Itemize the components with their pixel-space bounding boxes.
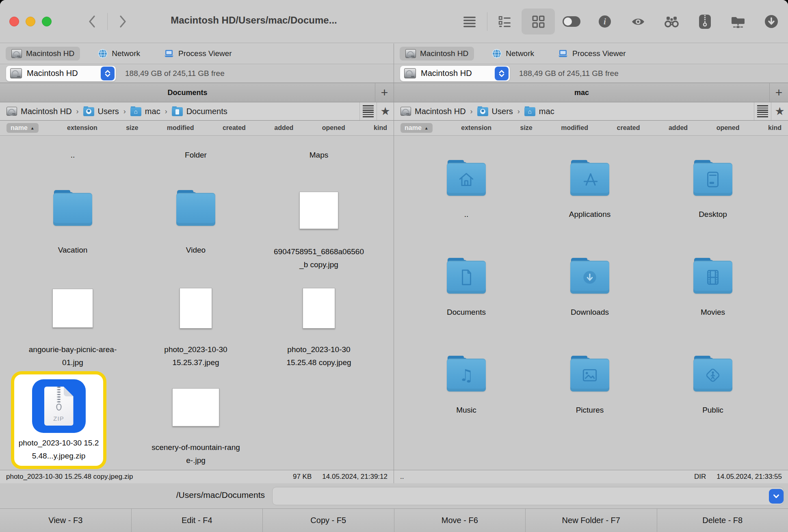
left-pane: Macintosh HD Network Process [0,43,394,483]
column-extension[interactable]: extension [67,124,97,132]
download-button[interactable] [755,9,788,35]
move-f6-button[interactable]: Move - F6 [394,509,526,532]
tab-network[interactable]: Network [92,46,146,61]
dual-pane-toggle-button[interactable] [555,9,588,35]
tab-macintosh-hd[interactable]: Macintosh HD [6,47,80,61]
file-item-music[interactable]: ♫ Music [413,356,519,417]
crumb-users[interactable]: Users [477,106,513,116]
crumb-mac[interactable]: mac [130,106,160,116]
column-added[interactable]: added [274,124,293,132]
view-f3-button[interactable]: View - F3 [0,509,132,532]
file-item-pictures[interactable]: Pictures [537,356,643,417]
folder-icon-downloads [570,258,609,294]
crumb-users[interactable]: Users [83,106,119,116]
column-extension[interactable]: extension [461,124,491,132]
tab-process-viewer[interactable]: Process Viewer [158,47,238,61]
status-file-name: .. [400,473,694,481]
tab-macintosh-hd[interactable]: Macintosh HD [400,47,474,61]
archive-button[interactable] [688,9,721,35]
info-button[interactable]: i [588,9,621,35]
tab-network[interactable]: Network [486,46,540,61]
file-item-downloads[interactable]: Downloads [537,258,643,319]
add-tab-button[interactable]: + [375,83,394,102]
right-pane-title[interactable]: mac [394,83,769,102]
file-item-image[interactable]: scenery-of-mountain-range-.jpg [143,388,249,467]
favorites-button[interactable]: ★ [377,102,394,120]
file-item-applications[interactable]: Applications [537,160,643,221]
current-path-label: /Users/mac/Documents [0,490,265,500]
column-opened[interactable]: opened [322,124,345,132]
path-dropdown-button[interactable] [769,489,784,504]
menu-button[interactable] [453,9,486,35]
file-item-parent[interactable]: .. [413,160,519,221]
file-item-image[interactable]: photo_2023-10-30 15.25.48 copy.jpeg [266,288,372,370]
tab-process-viewer[interactable]: Process Viewer [552,47,632,61]
tab-label: Process Viewer [178,49,232,58]
home-folder-icon [130,107,141,116]
file-item-desktop[interactable]: Desktop [660,160,766,221]
drive-stepper-button[interactable] [101,67,115,80]
crumb-mac[interactable]: mac [524,106,554,116]
crumb-macintosh-hd[interactable]: Macintosh HD [6,107,72,116]
file-item-parent[interactable]: .. [20,149,126,162]
back-button[interactable] [86,13,98,30]
search-button[interactable] [655,9,688,35]
file-item-image[interactable]: 6904758951_6868a06560_b copy.jpg [266,192,372,272]
column-name[interactable]: name ▲ [6,123,39,133]
drive-stepper-button[interactable] [495,67,509,80]
file-item-video[interactable]: Video [143,190,249,257]
forward-button[interactable] [117,13,129,30]
photo-thumbnail [303,288,335,329]
chevron-down-icon [772,492,781,501]
column-modified[interactable]: modified [167,124,194,132]
path-segments-button[interactable] [359,102,377,120]
file-item-public[interactable]: Public [660,356,766,417]
folder-icon [176,190,215,226]
network-button[interactable] [721,9,755,35]
preview-button[interactable] [621,9,655,35]
minimize-button[interactable] [26,17,35,26]
file-item-zip-selected[interactable]: ZIP photo_2023-10-30 15.25.48...y.jpeg.z… [11,371,106,469]
users-folder-icon [477,107,488,116]
copy-f5-button[interactable]: Copy - F5 [263,509,394,532]
file-item-maps[interactable]: Maps [266,149,372,162]
crumb-documents[interactable]: Documents [172,106,227,116]
close-button[interactable] [9,17,19,26]
file-item-image[interactable]: photo_2023-10-30 15.25.37.jpeg [143,288,249,370]
file-item-documents[interactable]: Documents [413,258,519,319]
column-created[interactable]: created [223,124,246,132]
binoculars-icon [664,15,679,28]
column-added[interactable]: added [669,124,688,132]
drive-selector[interactable]: Macintosh HD [400,65,510,82]
add-tab-button[interactable]: + [769,83,788,102]
file-item-vacation[interactable]: Vacation [20,190,126,257]
column-size[interactable]: size [126,124,138,132]
file-item-folder[interactable]: Folder [143,149,249,162]
column-opened[interactable]: opened [717,124,740,132]
lines-icon [757,105,768,117]
crumb-macintosh-hd[interactable]: Macintosh HD [400,107,466,116]
column-kind[interactable]: kind [768,124,782,132]
drive-selector[interactable]: Macintosh HD [6,65,116,82]
path-segments-button[interactable] [754,102,771,120]
left-pane-title[interactable]: Documents [0,83,375,102]
list-view-button[interactable] [488,9,522,35]
column-created[interactable]: created [617,124,640,132]
column-kind[interactable]: kind [374,124,387,132]
drive-name: Macintosh HD [27,69,96,78]
column-name[interactable]: name ▲ [400,123,433,133]
zoom-button[interactable] [42,17,52,26]
delete-f8-button[interactable]: Delete - F8 [657,509,788,532]
new-folder-f7-button[interactable]: New Folder - F7 [526,509,657,532]
file-item-image[interactable]: angourie-bay-picnic-area-01.jpg [20,289,126,370]
edit-f4-button[interactable]: Edit - F4 [132,509,263,532]
command-input[interactable] [272,487,784,505]
column-size[interactable]: size [520,124,532,132]
favorites-button[interactable]: ★ [771,102,788,120]
column-modified[interactable]: modified [561,124,588,132]
zip-file-icon: ZIP [32,379,86,433]
documents-folder-icon [172,107,183,116]
file-item-movies[interactable]: Movies [660,258,766,319]
grid-view-button[interactable] [522,9,555,35]
left-drive-bar: Macintosh HD 188,49 GB of 245,11 GB free [0,64,394,83]
